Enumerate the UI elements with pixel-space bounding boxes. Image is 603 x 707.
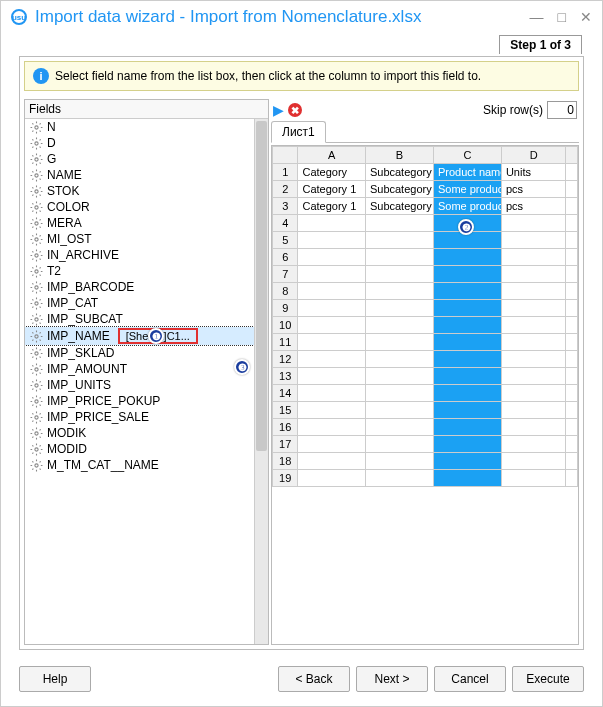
sheet-tab[interactable]: Лист1 (271, 121, 326, 143)
cell[interactable] (501, 470, 565, 487)
row-number[interactable]: 6 (273, 249, 298, 266)
field-row[interactable]: IMP_PRICE_SALE (25, 409, 254, 425)
cell[interactable] (298, 334, 365, 351)
row-number[interactable]: 17 (273, 436, 298, 453)
field-row[interactable]: IMP_SUBCAT (25, 311, 254, 327)
cell[interactable] (365, 385, 433, 402)
cell[interactable] (298, 266, 365, 283)
col-header[interactable]: C (433, 147, 501, 164)
row-number[interactable]: 13 (273, 368, 298, 385)
row-number[interactable]: 1 (273, 164, 298, 181)
cell[interactable] (501, 266, 565, 283)
cell[interactable] (365, 283, 433, 300)
row-number[interactable]: 14 (273, 385, 298, 402)
cell[interactable] (298, 385, 365, 402)
row-number[interactable]: 7 (273, 266, 298, 283)
cell[interactable] (501, 334, 565, 351)
field-row[interactable]: IMP_BARCODE (25, 279, 254, 295)
cell[interactable] (298, 232, 365, 249)
field-row[interactable]: MERA (25, 215, 254, 231)
row-number[interactable]: 15 (273, 402, 298, 419)
cell[interactable]: Units (501, 164, 565, 181)
maximize-button[interactable]: □ (558, 9, 566, 25)
row-number[interactable]: 12 (273, 351, 298, 368)
cell[interactable] (433, 436, 501, 453)
field-row[interactable]: MODID (25, 441, 254, 457)
col-header[interactable]: D (501, 147, 565, 164)
cell[interactable] (433, 453, 501, 470)
field-row[interactable]: IMP_PRICE_POKUP (25, 393, 254, 409)
cell[interactable] (501, 283, 565, 300)
fields-scrollbar[interactable] (254, 119, 268, 644)
cell[interactable] (433, 300, 501, 317)
row-number[interactable]: 8 (273, 283, 298, 300)
cell[interactable] (433, 249, 501, 266)
cell[interactable] (298, 402, 365, 419)
table-row[interactable]: 19 (273, 470, 578, 487)
cell[interactable] (433, 470, 501, 487)
cell[interactable]: Product name (433, 164, 501, 181)
field-row[interactable]: IMP_SKLAD (25, 345, 254, 361)
table-row[interactable]: 13 (273, 368, 578, 385)
table-row[interactable]: 18 (273, 453, 578, 470)
cell[interactable] (298, 249, 365, 266)
cell[interactable]: Subcategory (365, 164, 433, 181)
minimize-button[interactable]: — (530, 9, 544, 25)
skip-input[interactable] (547, 101, 577, 119)
cell[interactable] (501, 385, 565, 402)
row-number[interactable]: 9 (273, 300, 298, 317)
field-row[interactable]: IMP_AMOUNT (25, 361, 254, 377)
field-row[interactable]: N (25, 119, 254, 135)
cell[interactable] (365, 453, 433, 470)
cell[interactable] (501, 402, 565, 419)
cell[interactable] (365, 215, 433, 232)
row-number[interactable]: 18 (273, 453, 298, 470)
field-row[interactable]: M_TM_CAT__NAME (25, 457, 254, 473)
field-row[interactable]: COLOR (25, 199, 254, 215)
cell[interactable]: pcs (501, 181, 565, 198)
field-row[interactable]: IMP_NAME❶[Sheet1]C1... (25, 327, 254, 345)
col-header[interactable]: A (298, 147, 365, 164)
fields-list[interactable]: NDGNAMESTOKCOLORMERAMI_OSTIN_ARCHIVET2IM… (25, 119, 254, 644)
field-row[interactable]: MI_OST (25, 231, 254, 247)
table-row[interactable]: 15 (273, 402, 578, 419)
row-number[interactable]: 5 (273, 232, 298, 249)
cell[interactable] (365, 351, 433, 368)
cell[interactable] (365, 266, 433, 283)
row-number[interactable]: 4 (273, 215, 298, 232)
cell[interactable]: Subcategory (365, 198, 433, 215)
cell[interactable] (298, 470, 365, 487)
field-row[interactable]: G (25, 151, 254, 167)
cell[interactable] (501, 232, 565, 249)
row-number[interactable]: 19 (273, 470, 298, 487)
row-number[interactable]: 16 (273, 419, 298, 436)
scrollbar-thumb[interactable] (256, 121, 267, 451)
cell[interactable] (501, 351, 565, 368)
cell[interactable]: Some produc (433, 181, 501, 198)
cell[interactable] (433, 334, 501, 351)
cancel-button[interactable]: Cancel (434, 666, 506, 692)
cell[interactable]: pcs (501, 198, 565, 215)
cell[interactable] (501, 215, 565, 232)
table-row[interactable]: 12 (273, 351, 578, 368)
cell[interactable] (298, 453, 365, 470)
cell[interactable]: Category 1 (298, 181, 365, 198)
table-row[interactable]: 11 (273, 334, 578, 351)
cell[interactable] (365, 436, 433, 453)
cell[interactable] (433, 402, 501, 419)
table-row[interactable]: 7 (273, 266, 578, 283)
cell[interactable] (365, 368, 433, 385)
table-row[interactable]: 10 (273, 317, 578, 334)
cell[interactable] (298, 368, 365, 385)
cell[interactable]: Some produc (433, 198, 501, 215)
field-row[interactable]: IMP_CAT (25, 295, 254, 311)
cell[interactable] (501, 300, 565, 317)
cell[interactable] (433, 266, 501, 283)
field-row[interactable]: IMP_UNITS (25, 377, 254, 393)
table-row[interactable]: 1CategorySubcategoryProduct nameUnits (273, 164, 578, 181)
cell[interactable] (365, 317, 433, 334)
field-row[interactable]: MODIK (25, 425, 254, 441)
table-row[interactable]: 2Category 1SubcategorySome producpcs (273, 181, 578, 198)
table-row[interactable]: 6 (273, 249, 578, 266)
back-button[interactable]: < Back (278, 666, 350, 692)
